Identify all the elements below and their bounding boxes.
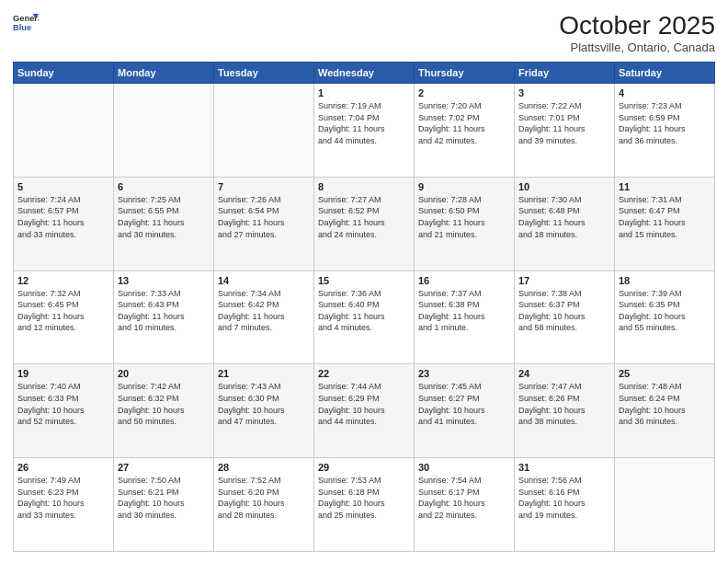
calendar-cell: 8Sunrise: 7:27 AM Sunset: 6:52 PM Daylig… bbox=[314, 177, 415, 270]
day-number: 11 bbox=[619, 181, 711, 192]
week-row-5: 26Sunrise: 7:49 AM Sunset: 6:23 PM Dayli… bbox=[14, 458, 715, 552]
day-info: Sunrise: 7:47 AM Sunset: 6:26 PM Dayligh… bbox=[518, 381, 610, 427]
day-number: 24 bbox=[518, 368, 610, 379]
day-info: Sunrise: 7:24 AM Sunset: 6:57 PM Dayligh… bbox=[17, 194, 109, 240]
day-info: Sunrise: 7:37 AM Sunset: 6:38 PM Dayligh… bbox=[418, 288, 510, 334]
day-number: 7 bbox=[218, 181, 310, 192]
calendar-cell bbox=[14, 84, 114, 178]
week-row-2: 5Sunrise: 7:24 AM Sunset: 6:57 PM Daylig… bbox=[14, 177, 715, 270]
day-info: Sunrise: 7:52 AM Sunset: 6:20 PM Dayligh… bbox=[218, 475, 310, 521]
calendar-cell: 13Sunrise: 7:33 AM Sunset: 6:43 PM Dayli… bbox=[114, 270, 214, 364]
day-number: 3 bbox=[518, 87, 610, 98]
day-info: Sunrise: 7:49 AM Sunset: 6:23 PM Dayligh… bbox=[17, 475, 109, 521]
day-info: Sunrise: 7:43 AM Sunset: 6:30 PM Dayligh… bbox=[218, 381, 310, 427]
calendar-cell: 27Sunrise: 7:50 AM Sunset: 6:21 PM Dayli… bbox=[114, 458, 214, 552]
generalblue-logo-icon: General Blue bbox=[13, 11, 39, 37]
week-row-3: 12Sunrise: 7:32 AM Sunset: 6:45 PM Dayli… bbox=[14, 270, 715, 364]
day-number: 16 bbox=[418, 275, 510, 286]
calendar-cell: 21Sunrise: 7:43 AM Sunset: 6:30 PM Dayli… bbox=[214, 364, 314, 458]
day-number: 17 bbox=[518, 275, 610, 286]
day-number: 26 bbox=[17, 462, 109, 473]
day-number: 4 bbox=[619, 87, 711, 98]
title-block: October 2025 Plattsville, Ontario, Canad… bbox=[559, 11, 715, 54]
weekday-header-row: SundayMondayTuesdayWednesdayThursdayFrid… bbox=[14, 63, 715, 84]
day-info: Sunrise: 7:19 AM Sunset: 7:04 PM Dayligh… bbox=[318, 100, 410, 146]
day-number: 19 bbox=[17, 368, 109, 379]
week-row-4: 19Sunrise: 7:40 AM Sunset: 6:33 PM Dayli… bbox=[14, 364, 715, 458]
weekday-header-saturday: Saturday bbox=[615, 63, 715, 84]
day-info: Sunrise: 7:22 AM Sunset: 7:01 PM Dayligh… bbox=[518, 100, 610, 146]
day-info: Sunrise: 7:54 AM Sunset: 6:17 PM Dayligh… bbox=[418, 475, 510, 521]
day-info: Sunrise: 7:48 AM Sunset: 6:24 PM Dayligh… bbox=[619, 381, 711, 427]
calendar-cell: 6Sunrise: 7:25 AM Sunset: 6:55 PM Daylig… bbox=[114, 177, 214, 270]
day-info: Sunrise: 7:33 AM Sunset: 6:43 PM Dayligh… bbox=[118, 288, 210, 334]
day-number: 5 bbox=[17, 181, 109, 192]
calendar-cell: 28Sunrise: 7:52 AM Sunset: 6:20 PM Dayli… bbox=[214, 458, 314, 552]
calendar-cell: 18Sunrise: 7:39 AM Sunset: 6:35 PM Dayli… bbox=[615, 270, 715, 364]
calendar-cell bbox=[615, 458, 715, 552]
day-info: Sunrise: 7:25 AM Sunset: 6:55 PM Dayligh… bbox=[118, 194, 210, 240]
month-title: October 2025 bbox=[559, 11, 715, 40]
calendar-cell: 22Sunrise: 7:44 AM Sunset: 6:29 PM Dayli… bbox=[314, 364, 415, 458]
logo: General Blue bbox=[13, 11, 39, 37]
day-info: Sunrise: 7:23 AM Sunset: 6:59 PM Dayligh… bbox=[619, 100, 711, 146]
calendar-cell: 30Sunrise: 7:54 AM Sunset: 6:17 PM Dayli… bbox=[415, 458, 515, 552]
calendar-cell: 9Sunrise: 7:28 AM Sunset: 6:50 PM Daylig… bbox=[415, 177, 515, 270]
day-number: 29 bbox=[318, 462, 410, 473]
calendar-cell: 5Sunrise: 7:24 AM Sunset: 6:57 PM Daylig… bbox=[14, 177, 114, 270]
svg-text:Blue: Blue bbox=[13, 23, 31, 32]
weekday-header-monday: Monday bbox=[114, 63, 214, 84]
calendar-cell: 24Sunrise: 7:47 AM Sunset: 6:26 PM Dayli… bbox=[515, 364, 615, 458]
day-info: Sunrise: 7:53 AM Sunset: 6:18 PM Dayligh… bbox=[318, 475, 410, 521]
day-number: 30 bbox=[418, 462, 510, 473]
weekday-header-sunday: Sunday bbox=[14, 63, 114, 84]
weekday-header-thursday: Thursday bbox=[415, 63, 515, 84]
day-info: Sunrise: 7:44 AM Sunset: 6:29 PM Dayligh… bbox=[318, 381, 410, 427]
calendar-cell: 31Sunrise: 7:56 AM Sunset: 6:16 PM Dayli… bbox=[515, 458, 615, 552]
calendar-cell: 14Sunrise: 7:34 AM Sunset: 6:42 PM Dayli… bbox=[214, 270, 314, 364]
weekday-header-friday: Friday bbox=[515, 63, 615, 84]
day-info: Sunrise: 7:30 AM Sunset: 6:48 PM Dayligh… bbox=[518, 194, 610, 240]
calendar-cell: 26Sunrise: 7:49 AM Sunset: 6:23 PM Dayli… bbox=[14, 458, 114, 552]
calendar-cell: 4Sunrise: 7:23 AM Sunset: 6:59 PM Daylig… bbox=[615, 84, 715, 178]
day-info: Sunrise: 7:38 AM Sunset: 6:37 PM Dayligh… bbox=[518, 288, 610, 334]
calendar-cell bbox=[114, 84, 214, 178]
day-info: Sunrise: 7:28 AM Sunset: 6:50 PM Dayligh… bbox=[418, 194, 510, 240]
weekday-header-wednesday: Wednesday bbox=[314, 63, 415, 84]
day-number: 12 bbox=[17, 275, 109, 286]
day-info: Sunrise: 7:31 AM Sunset: 6:47 PM Dayligh… bbox=[619, 194, 711, 240]
day-info: Sunrise: 7:45 AM Sunset: 6:27 PM Dayligh… bbox=[418, 381, 510, 427]
day-number: 21 bbox=[218, 368, 310, 379]
location: Plattsville, Ontario, Canada bbox=[559, 40, 715, 54]
calendar-cell: 16Sunrise: 7:37 AM Sunset: 6:38 PM Dayli… bbox=[415, 270, 515, 364]
calendar-cell: 20Sunrise: 7:42 AM Sunset: 6:32 PM Dayli… bbox=[114, 364, 214, 458]
calendar-cell: 25Sunrise: 7:48 AM Sunset: 6:24 PM Dayli… bbox=[615, 364, 715, 458]
day-number: 2 bbox=[418, 87, 510, 98]
calendar-cell: 23Sunrise: 7:45 AM Sunset: 6:27 PM Dayli… bbox=[415, 364, 515, 458]
day-number: 23 bbox=[418, 368, 510, 379]
day-info: Sunrise: 7:32 AM Sunset: 6:45 PM Dayligh… bbox=[17, 288, 109, 334]
day-info: Sunrise: 7:34 AM Sunset: 6:42 PM Dayligh… bbox=[218, 288, 310, 334]
day-number: 31 bbox=[518, 462, 610, 473]
calendar-cell: 10Sunrise: 7:30 AM Sunset: 6:48 PM Dayli… bbox=[515, 177, 615, 270]
day-number: 13 bbox=[118, 275, 210, 286]
calendar-cell: 19Sunrise: 7:40 AM Sunset: 6:33 PM Dayli… bbox=[14, 364, 114, 458]
calendar: SundayMondayTuesdayWednesdayThursdayFrid… bbox=[13, 62, 715, 552]
day-number: 6 bbox=[118, 181, 210, 192]
day-number: 28 bbox=[218, 462, 310, 473]
day-number: 20 bbox=[118, 368, 210, 379]
calendar-cell: 2Sunrise: 7:20 AM Sunset: 7:02 PM Daylig… bbox=[415, 84, 515, 178]
calendar-cell: 1Sunrise: 7:19 AM Sunset: 7:04 PM Daylig… bbox=[314, 84, 415, 178]
day-info: Sunrise: 7:56 AM Sunset: 6:16 PM Dayligh… bbox=[518, 475, 610, 521]
calendar-cell: 3Sunrise: 7:22 AM Sunset: 7:01 PM Daylig… bbox=[515, 84, 615, 178]
day-info: Sunrise: 7:39 AM Sunset: 6:35 PM Dayligh… bbox=[619, 288, 711, 334]
calendar-cell: 11Sunrise: 7:31 AM Sunset: 6:47 PM Dayli… bbox=[615, 177, 715, 270]
day-info: Sunrise: 7:27 AM Sunset: 6:52 PM Dayligh… bbox=[318, 194, 410, 240]
calendar-cell: 15Sunrise: 7:36 AM Sunset: 6:40 PM Dayli… bbox=[314, 270, 415, 364]
header: General Blue October 2025 Plattsville, O… bbox=[13, 11, 715, 54]
day-number: 18 bbox=[619, 275, 711, 286]
day-info: Sunrise: 7:20 AM Sunset: 7:02 PM Dayligh… bbox=[418, 100, 510, 146]
week-row-1: 1Sunrise: 7:19 AM Sunset: 7:04 PM Daylig… bbox=[14, 84, 715, 178]
day-info: Sunrise: 7:26 AM Sunset: 6:54 PM Dayligh… bbox=[218, 194, 310, 240]
day-info: Sunrise: 7:50 AM Sunset: 6:21 PM Dayligh… bbox=[118, 475, 210, 521]
